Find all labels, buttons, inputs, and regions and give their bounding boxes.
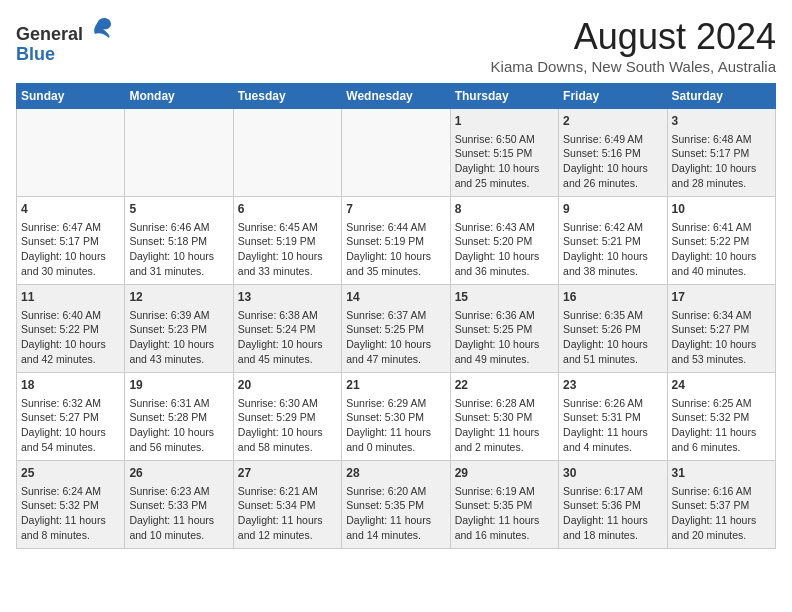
day-info: and 58 minutes. xyxy=(238,440,337,455)
day-info: Daylight: 11 hours xyxy=(129,513,228,528)
day-info: Daylight: 11 hours xyxy=(563,513,662,528)
day-info: and 20 minutes. xyxy=(672,528,771,543)
day-info: Daylight: 10 hours xyxy=(563,161,662,176)
day-info: and 45 minutes. xyxy=(238,352,337,367)
day-info: Sunset: 5:15 PM xyxy=(455,146,554,161)
day-info: Sunrise: 6:36 AM xyxy=(455,308,554,323)
day-info: Sunrise: 6:19 AM xyxy=(455,484,554,499)
day-info: and 35 minutes. xyxy=(346,264,445,279)
logo: General Blue xyxy=(16,16,113,65)
weekday-row: SundayMondayTuesdayWednesdayThursdayFrid… xyxy=(17,84,776,109)
calendar-cell: 31Sunrise: 6:16 AMSunset: 5:37 PMDayligh… xyxy=(667,461,775,549)
day-info: Daylight: 10 hours xyxy=(455,337,554,352)
weekday-header: Wednesday xyxy=(342,84,450,109)
day-info: Sunset: 5:17 PM xyxy=(672,146,771,161)
day-info: Sunset: 5:16 PM xyxy=(563,146,662,161)
day-info: Sunrise: 6:38 AM xyxy=(238,308,337,323)
day-info: and 51 minutes. xyxy=(563,352,662,367)
day-number: 11 xyxy=(21,289,120,306)
page-header: General Blue August 2024 Kiama Downs, Ne… xyxy=(16,16,776,75)
calendar-cell: 24Sunrise: 6:25 AMSunset: 5:32 PMDayligh… xyxy=(667,373,775,461)
weekday-header: Thursday xyxy=(450,84,558,109)
day-info: Daylight: 10 hours xyxy=(21,249,120,264)
location-subtitle: Kiama Downs, New South Wales, Australia xyxy=(491,58,776,75)
day-number: 23 xyxy=(563,377,662,394)
day-info: Daylight: 10 hours xyxy=(21,425,120,440)
calendar-cell: 28Sunrise: 6:20 AMSunset: 5:35 PMDayligh… xyxy=(342,461,450,549)
day-info: Daylight: 11 hours xyxy=(672,425,771,440)
calendar-cell: 13Sunrise: 6:38 AMSunset: 5:24 PMDayligh… xyxy=(233,285,341,373)
calendar-cell: 17Sunrise: 6:34 AMSunset: 5:27 PMDayligh… xyxy=(667,285,775,373)
day-info: Sunrise: 6:30 AM xyxy=(238,396,337,411)
day-info: and 18 minutes. xyxy=(563,528,662,543)
day-info: Daylight: 10 hours xyxy=(672,337,771,352)
day-info: Daylight: 10 hours xyxy=(129,425,228,440)
day-number: 21 xyxy=(346,377,445,394)
day-info: Sunrise: 6:34 AM xyxy=(672,308,771,323)
day-info: and 38 minutes. xyxy=(563,264,662,279)
day-info: and 53 minutes. xyxy=(672,352,771,367)
day-info: Sunrise: 6:43 AM xyxy=(455,220,554,235)
day-info: Sunrise: 6:50 AM xyxy=(455,132,554,147)
logo-bird-icon xyxy=(85,16,113,40)
day-info: Sunrise: 6:35 AM xyxy=(563,308,662,323)
calendar-cell: 7Sunrise: 6:44 AMSunset: 5:19 PMDaylight… xyxy=(342,197,450,285)
day-number: 5 xyxy=(129,201,228,218)
day-info: Sunrise: 6:32 AM xyxy=(21,396,120,411)
day-info: and 10 minutes. xyxy=(129,528,228,543)
day-info: Sunset: 5:17 PM xyxy=(21,234,120,249)
day-info: and 4 minutes. xyxy=(563,440,662,455)
calendar-cell xyxy=(17,109,125,197)
day-number: 1 xyxy=(455,113,554,130)
day-number: 10 xyxy=(672,201,771,218)
calendar-week-row: 18Sunrise: 6:32 AMSunset: 5:27 PMDayligh… xyxy=(17,373,776,461)
day-info: Sunrise: 6:45 AM xyxy=(238,220,337,235)
day-info: and 33 minutes. xyxy=(238,264,337,279)
day-info: Sunset: 5:19 PM xyxy=(346,234,445,249)
day-info: and 25 minutes. xyxy=(455,176,554,191)
day-number: 27 xyxy=(238,465,337,482)
day-info: Sunset: 5:31 PM xyxy=(563,410,662,425)
day-info: and 49 minutes. xyxy=(455,352,554,367)
day-info: Daylight: 10 hours xyxy=(563,337,662,352)
calendar-cell: 30Sunrise: 6:17 AMSunset: 5:36 PMDayligh… xyxy=(559,461,667,549)
day-info: Sunset: 5:19 PM xyxy=(238,234,337,249)
day-info: Sunset: 5:18 PM xyxy=(129,234,228,249)
day-info: Sunset: 5:30 PM xyxy=(346,410,445,425)
day-info: Sunset: 5:30 PM xyxy=(455,410,554,425)
day-number: 13 xyxy=(238,289,337,306)
day-number: 19 xyxy=(129,377,228,394)
day-info: Daylight: 11 hours xyxy=(672,513,771,528)
day-info: Daylight: 10 hours xyxy=(346,337,445,352)
day-info: Daylight: 10 hours xyxy=(672,249,771,264)
day-info: Sunset: 5:32 PM xyxy=(21,498,120,513)
title-area: August 2024 Kiama Downs, New South Wales… xyxy=(491,16,776,75)
day-info: Sunrise: 6:39 AM xyxy=(129,308,228,323)
day-info: Daylight: 10 hours xyxy=(455,249,554,264)
day-info: Sunrise: 6:42 AM xyxy=(563,220,662,235)
calendar-cell: 12Sunrise: 6:39 AMSunset: 5:23 PMDayligh… xyxy=(125,285,233,373)
calendar-cell: 16Sunrise: 6:35 AMSunset: 5:26 PMDayligh… xyxy=(559,285,667,373)
day-info: Daylight: 10 hours xyxy=(346,249,445,264)
day-info: and 30 minutes. xyxy=(21,264,120,279)
calendar-week-row: 11Sunrise: 6:40 AMSunset: 5:22 PMDayligh… xyxy=(17,285,776,373)
day-info: Daylight: 10 hours xyxy=(672,161,771,176)
day-info: and 12 minutes. xyxy=(238,528,337,543)
day-number: 3 xyxy=(672,113,771,130)
day-number: 31 xyxy=(672,465,771,482)
calendar-week-row: 1Sunrise: 6:50 AMSunset: 5:15 PMDaylight… xyxy=(17,109,776,197)
day-info: Daylight: 11 hours xyxy=(455,513,554,528)
day-info: Sunrise: 6:46 AM xyxy=(129,220,228,235)
day-number: 2 xyxy=(563,113,662,130)
day-info: Sunset: 5:36 PM xyxy=(563,498,662,513)
calendar-cell: 23Sunrise: 6:26 AMSunset: 5:31 PMDayligh… xyxy=(559,373,667,461)
day-info: Sunset: 5:20 PM xyxy=(455,234,554,249)
day-info: Sunset: 5:21 PM xyxy=(563,234,662,249)
day-info: Sunrise: 6:28 AM xyxy=(455,396,554,411)
day-info: Daylight: 10 hours xyxy=(238,425,337,440)
calendar-cell: 6Sunrise: 6:45 AMSunset: 5:19 PMDaylight… xyxy=(233,197,341,285)
day-number: 28 xyxy=(346,465,445,482)
calendar-body: 1Sunrise: 6:50 AMSunset: 5:15 PMDaylight… xyxy=(17,109,776,549)
day-number: 26 xyxy=(129,465,228,482)
day-info: and 47 minutes. xyxy=(346,352,445,367)
